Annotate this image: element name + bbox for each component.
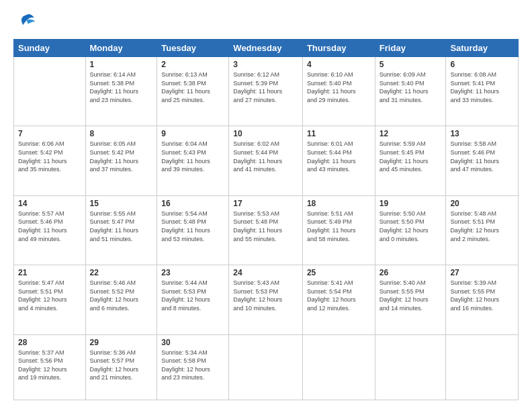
day-cell: 16Sunrise: 5:54 AM Sunset: 5:48 PM Dayli…	[157, 195, 229, 265]
day-info: Sunrise: 5:43 AM Sunset: 5:53 PM Dayligh…	[233, 279, 298, 312]
day-cell: 20Sunrise: 5:48 AM Sunset: 5:51 PM Dayli…	[446, 195, 519, 265]
day-number: 13	[450, 129, 514, 138]
day-number: 4	[307, 60, 371, 69]
day-info: Sunrise: 5:54 AM Sunset: 5:48 PM Dayligh…	[161, 210, 224, 243]
day-cell: 6Sunrise: 6:08 AM Sunset: 5:41 PM Daylig…	[446, 57, 519, 126]
day-cell: 25Sunrise: 5:41 AM Sunset: 5:54 PM Dayli…	[302, 265, 375, 334]
day-info: Sunrise: 5:36 AM Sunset: 5:57 PM Dayligh…	[90, 349, 153, 382]
day-cell: 10Sunrise: 6:02 AM Sunset: 5:44 PM Dayli…	[229, 126, 303, 195]
day-cell: 13Sunrise: 5:58 AM Sunset: 5:46 PM Dayli…	[446, 126, 519, 195]
day-info: Sunrise: 5:34 AM Sunset: 5:58 PM Dayligh…	[161, 349, 224, 382]
day-cell	[446, 334, 519, 400]
day-cell: 22Sunrise: 5:46 AM Sunset: 5:52 PM Dayli…	[85, 265, 157, 334]
day-number: 11	[307, 129, 371, 138]
header	[13, 11, 519, 32]
day-number: 22	[90, 268, 153, 277]
day-cell: 15Sunrise: 5:55 AM Sunset: 5:47 PM Dayli…	[85, 195, 157, 265]
day-cell: 11Sunrise: 6:01 AM Sunset: 5:44 PM Dayli…	[302, 126, 375, 195]
day-cell: 27Sunrise: 5:39 AM Sunset: 5:55 PM Dayli…	[446, 265, 519, 334]
day-info: Sunrise: 5:51 AM Sunset: 5:49 PM Dayligh…	[307, 210, 371, 243]
day-info: Sunrise: 5:50 AM Sunset: 5:50 PM Dayligh…	[380, 210, 442, 243]
day-number: 23	[161, 268, 224, 277]
day-cell: 2Sunrise: 6:13 AM Sunset: 5:38 PM Daylig…	[157, 57, 229, 126]
day-number: 5	[380, 60, 442, 69]
day-cell: 18Sunrise: 5:51 AM Sunset: 5:49 PM Dayli…	[302, 195, 375, 265]
page: SundayMondayTuesdayWednesdayThursdayFrid…	[0, 0, 532, 411]
day-info: Sunrise: 5:57 AM Sunset: 5:46 PM Dayligh…	[18, 210, 81, 243]
day-cell	[375, 334, 446, 400]
week-row-4: 21Sunrise: 5:47 AM Sunset: 5:51 PM Dayli…	[14, 265, 519, 334]
day-info: Sunrise: 5:37 AM Sunset: 5:56 PM Dayligh…	[18, 349, 81, 382]
day-cell: 12Sunrise: 5:59 AM Sunset: 5:45 PM Dayli…	[375, 126, 446, 195]
weekday-header-row: SundayMondayTuesdayWednesdayThursdayFrid…	[14, 40, 519, 57]
day-cell: 14Sunrise: 5:57 AM Sunset: 5:46 PM Dayli…	[14, 195, 86, 265]
day-info: Sunrise: 6:13 AM Sunset: 5:38 PM Dayligh…	[161, 71, 224, 104]
day-info: Sunrise: 6:14 AM Sunset: 5:38 PM Dayligh…	[90, 71, 153, 104]
weekday-header-saturday: Saturday	[446, 40, 519, 57]
day-cell: 3Sunrise: 6:12 AM Sunset: 5:39 PM Daylig…	[229, 57, 303, 126]
day-number: 25	[307, 268, 371, 277]
day-info: Sunrise: 5:44 AM Sunset: 5:53 PM Dayligh…	[161, 279, 224, 312]
day-info: Sunrise: 6:10 AM Sunset: 5:40 PM Dayligh…	[307, 71, 371, 104]
day-info: Sunrise: 5:41 AM Sunset: 5:54 PM Dayligh…	[307, 279, 371, 312]
day-cell: 24Sunrise: 5:43 AM Sunset: 5:53 PM Dayli…	[229, 265, 303, 334]
day-number: 28	[18, 338, 81, 347]
day-info: Sunrise: 6:01 AM Sunset: 5:44 PM Dayligh…	[307, 140, 371, 173]
day-info: Sunrise: 6:12 AM Sunset: 5:39 PM Dayligh…	[233, 71, 298, 104]
day-number: 29	[90, 338, 153, 347]
day-info: Sunrise: 5:47 AM Sunset: 5:51 PM Dayligh…	[18, 279, 81, 312]
day-info: Sunrise: 6:06 AM Sunset: 5:42 PM Dayligh…	[18, 140, 81, 173]
day-cell: 21Sunrise: 5:47 AM Sunset: 5:51 PM Dayli…	[14, 265, 86, 334]
calendar: SundayMondayTuesdayWednesdayThursdayFrid…	[13, 39, 519, 400]
week-row-3: 14Sunrise: 5:57 AM Sunset: 5:46 PM Dayli…	[14, 195, 519, 265]
day-cell: 19Sunrise: 5:50 AM Sunset: 5:50 PM Dayli…	[375, 195, 446, 265]
day-info: Sunrise: 6:08 AM Sunset: 5:41 PM Dayligh…	[450, 71, 514, 104]
day-number: 2	[161, 60, 224, 69]
day-cell	[302, 334, 375, 400]
day-info: Sunrise: 6:04 AM Sunset: 5:43 PM Dayligh…	[161, 140, 224, 173]
weekday-header-sunday: Sunday	[14, 40, 86, 57]
week-row-2: 7Sunrise: 6:06 AM Sunset: 5:42 PM Daylig…	[14, 126, 519, 195]
day-number: 1	[90, 60, 153, 69]
day-number: 10	[233, 129, 298, 138]
day-number: 3	[233, 60, 298, 69]
day-cell: 5Sunrise: 6:09 AM Sunset: 5:40 PM Daylig…	[375, 57, 446, 126]
day-cell: 30Sunrise: 5:34 AM Sunset: 5:58 PM Dayli…	[157, 334, 229, 400]
day-cell: 29Sunrise: 5:36 AM Sunset: 5:57 PM Dayli…	[85, 334, 157, 400]
day-info: Sunrise: 5:40 AM Sunset: 5:55 PM Dayligh…	[380, 279, 442, 312]
day-number: 27	[450, 268, 514, 277]
week-row-5: 28Sunrise: 5:37 AM Sunset: 5:56 PM Dayli…	[14, 334, 519, 400]
day-info: Sunrise: 6:05 AM Sunset: 5:42 PM Dayligh…	[90, 140, 153, 173]
day-info: Sunrise: 5:55 AM Sunset: 5:47 PM Dayligh…	[90, 210, 153, 243]
day-number: 6	[450, 60, 514, 69]
day-info: Sunrise: 5:48 AM Sunset: 5:51 PM Dayligh…	[450, 210, 514, 243]
logo-bird-icon	[15, 11, 36, 32]
day-cell: 1Sunrise: 6:14 AM Sunset: 5:38 PM Daylig…	[85, 57, 157, 126]
day-info: Sunrise: 5:39 AM Sunset: 5:55 PM Dayligh…	[450, 279, 514, 312]
day-info: Sunrise: 5:59 AM Sunset: 5:45 PM Dayligh…	[380, 140, 442, 173]
day-number: 17	[233, 199, 298, 208]
day-cell: 7Sunrise: 6:06 AM Sunset: 5:42 PM Daylig…	[14, 126, 86, 195]
day-info: Sunrise: 5:58 AM Sunset: 5:46 PM Dayligh…	[450, 140, 514, 173]
day-info: Sunrise: 6:02 AM Sunset: 5:44 PM Dayligh…	[233, 140, 298, 173]
day-cell: 28Sunrise: 5:37 AM Sunset: 5:56 PM Dayli…	[14, 334, 86, 400]
day-number: 8	[90, 129, 153, 138]
day-number: 24	[233, 268, 298, 277]
day-number: 26	[380, 268, 442, 277]
day-number: 21	[18, 268, 81, 277]
day-number: 15	[90, 199, 153, 208]
day-number: 16	[161, 199, 224, 208]
day-info: Sunrise: 5:46 AM Sunset: 5:52 PM Dayligh…	[90, 279, 153, 312]
day-number: 7	[18, 129, 81, 138]
day-number: 14	[18, 199, 81, 208]
day-info: Sunrise: 6:09 AM Sunset: 5:40 PM Dayligh…	[380, 71, 442, 104]
weekday-header-wednesday: Wednesday	[229, 40, 303, 57]
day-cell: 9Sunrise: 6:04 AM Sunset: 5:43 PM Daylig…	[157, 126, 229, 195]
day-cell: 4Sunrise: 6:10 AM Sunset: 5:40 PM Daylig…	[302, 57, 375, 126]
day-cell: 23Sunrise: 5:44 AM Sunset: 5:53 PM Dayli…	[157, 265, 229, 334]
day-info: Sunrise: 5:53 AM Sunset: 5:48 PM Dayligh…	[233, 210, 298, 243]
day-cell: 26Sunrise: 5:40 AM Sunset: 5:55 PM Dayli…	[375, 265, 446, 334]
day-cell	[229, 334, 303, 400]
day-number: 19	[380, 199, 442, 208]
weekday-header-friday: Friday	[375, 40, 446, 57]
